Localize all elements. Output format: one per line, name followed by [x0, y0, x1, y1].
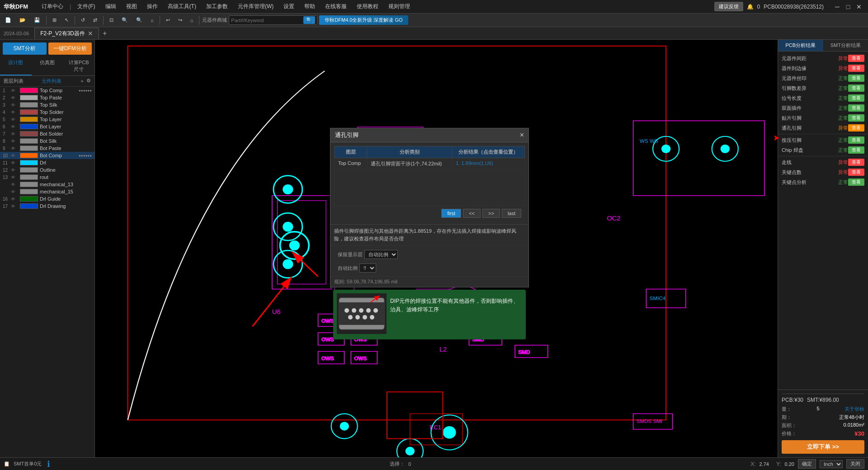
- canvas-area[interactable]: U6 WS D13 WS SMI D12 SMI WS D19 WS: [95, 40, 778, 457]
- toolbar-redo[interactable]: ↪: [175, 16, 185, 24]
- feedback-button[interactable]: 建议反馈: [714, 2, 743, 11]
- toolbar-zoom-in[interactable]: 🔍: [118, 16, 131, 24]
- view-btn-9[interactable]: 查看: [848, 146, 864, 154]
- tab-add-button[interactable]: +: [99, 28, 110, 39]
- toolbar-zoom-fit[interactable]: ⊡: [106, 16, 117, 24]
- menu-settings[interactable]: 设置: [279, 1, 299, 12]
- layer-item-6[interactable]: 6 👁 Bot Layer: [0, 123, 94, 130]
- menu-process[interactable]: 加工参数: [202, 1, 232, 12]
- view-btn-11[interactable]: 查看: [848, 169, 864, 176]
- dfm-analysis-button[interactable]: 一键DFM分析: [48, 42, 92, 55]
- quantity-value: 5: [816, 406, 819, 413]
- unit-select[interactable]: Inchmm: [820, 460, 843, 468]
- tab-smt-results[interactable]: SMT分析结果: [823, 40, 868, 51]
- tab-close-icon[interactable]: ✕: [88, 30, 93, 37]
- dialog-close-button[interactable]: ×: [520, 131, 524, 139]
- search-input[interactable]: [231, 18, 303, 23]
- toolbar-save[interactable]: 💾: [31, 16, 43, 24]
- order-button[interactable]: 立即下单 >>: [782, 440, 864, 454]
- nav-last-button[interactable]: last: [502, 209, 521, 218]
- smt-info-icon[interactable]: ℹ: [47, 459, 50, 469]
- layer-item-mechanical-15[interactable]: 👁 mechanical_15: [0, 188, 94, 195]
- tab-design[interactable]: 设计图: [0, 57, 32, 75]
- nav-next-button[interactable]: >>: [482, 209, 500, 218]
- maximize-button[interactable]: □: [843, 1, 854, 12]
- link-huaqiu[interactable]: 关于华秋: [844, 406, 864, 413]
- menu-view[interactable]: 视图: [122, 1, 142, 12]
- layer-select[interactable]: 自动比例: [364, 250, 398, 259]
- dialog-result-cell[interactable]: 1. 1.89mm(1,U6): [452, 158, 525, 170]
- view-btn-7[interactable]: 查看: [848, 124, 864, 132]
- upgrade-button[interactable]: 华秋DFM4.0全新升级 深度解读 GO: [319, 15, 408, 25]
- view-btn-1[interactable]: 查看: [848, 65, 864, 72]
- view-btn-3[interactable]: 查看: [848, 85, 864, 92]
- add-layer-icon[interactable]: ＋: [80, 78, 85, 85]
- menu-order-center[interactable]: 订单中心: [37, 1, 68, 12]
- tab-pcb-results[interactable]: PCB分析结果: [778, 40, 823, 51]
- main-tab[interactable]: F2-P_V2有3D器件 ✕: [34, 28, 99, 39]
- toolbar-open[interactable]: 📂: [16, 16, 29, 24]
- nav-prev-button[interactable]: <<: [463, 209, 481, 218]
- component-list-tab[interactable]: 元件列表: [42, 78, 61, 85]
- toolbar-rotate[interactable]: ↺: [78, 16, 88, 24]
- view-btn-10[interactable]: 查看: [848, 159, 864, 166]
- menu-advanced[interactable]: 高级工具(T): [163, 1, 201, 12]
- close-button[interactable]: ✕: [854, 1, 864, 12]
- tab-calc-pcb[interactable]: 计算PCB尺寸: [63, 57, 94, 75]
- minimize-button[interactable]: ─: [832, 1, 843, 12]
- toolbar-grid[interactable]: ⊞: [49, 16, 60, 24]
- layer-item-12[interactable]: 12 👁 Outline: [0, 166, 94, 174]
- result-row-7: 通孔引脚 异常 查看: [778, 123, 868, 133]
- menu-tutorial[interactable]: 使用教程: [352, 1, 383, 12]
- smt-analysis-button[interactable]: SMT分析: [3, 42, 47, 55]
- toolbar-home[interactable]: ⌂: [187, 16, 197, 24]
- menu-edit[interactable]: 编辑: [101, 1, 121, 12]
- layer-item-5[interactable]: 5 👁 Top Layer: [0, 116, 94, 123]
- layer-item-1[interactable]: 1 👁 Top Comp ●●●●●●: [0, 87, 94, 94]
- view-btn-6[interactable]: 查看: [848, 114, 864, 122]
- view-btn-8[interactable]: 查看: [848, 136, 864, 144]
- menu-component-lib[interactable]: 元件库管理(W): [233, 1, 278, 12]
- layer-item-9[interactable]: 9 👁 Bot Paste: [0, 145, 94, 152]
- toolbar-undo[interactable]: ↩: [163, 16, 173, 24]
- menu-help[interactable]: 帮助: [300, 1, 320, 12]
- layer-list-tab[interactable]: 图层列表: [4, 78, 24, 85]
- menu-rules[interactable]: 规则管理: [384, 1, 415, 12]
- layer-item-mechanical-13[interactable]: 👁 mechanical_13: [0, 181, 94, 188]
- search-button[interactable]: 🔍: [303, 16, 315, 24]
- view-btn-0[interactable]: 查看: [848, 55, 864, 62]
- svg-point-86: [366, 308, 371, 313]
- layer-item-11[interactable]: 11 👁 Drl: [0, 159, 94, 166]
- layer-item-3[interactable]: 3 👁 Top Silk: [0, 101, 94, 108]
- menu-online-service[interactable]: 在线客服: [321, 1, 351, 12]
- close-bottom-button[interactable]: 关闭: [846, 459, 864, 469]
- settings-layer-icon[interactable]: ⚙: [86, 78, 91, 85]
- layer-2-color: [20, 95, 38, 100]
- toolbar-zoom-reset[interactable]: ⌂: [147, 16, 157, 24]
- menu-file[interactable]: 文件(F): [73, 1, 99, 12]
- view-btn-5[interactable]: 查看: [848, 104, 864, 112]
- layer-list-header: 图层列表 元件列表 ＋ ⚙: [0, 76, 94, 87]
- menu-operate[interactable]: 操作: [142, 1, 162, 12]
- toolbar-select[interactable]: ↖: [61, 16, 72, 24]
- layer-item-2[interactable]: 2 👁 Top Paste: [0, 94, 94, 101]
- layer-item-8[interactable]: 8 👁 Bot Silk: [0, 137, 94, 145]
- layer-item-10[interactable]: 10 👁 Bot Comp ●●●●●●: [0, 152, 94, 159]
- toolbar-zoom-out[interactable]: 🔍: [133, 16, 146, 24]
- layer-item-17[interactable]: 17 👁 Drl Drawing: [0, 202, 94, 210]
- layer-item-7[interactable]: 7 👁 Bot Solder: [0, 130, 94, 137]
- toolbar-flip[interactable]: ⇄: [90, 16, 100, 24]
- layer-item-4[interactable]: 4 👁 Top Solder: [0, 108, 94, 116]
- view-btn-12[interactable]: 查看: [848, 179, 864, 186]
- ratio-select[interactable]: !!: [359, 263, 376, 273]
- tab-simulation[interactable]: 仿真图: [32, 57, 63, 75]
- confirm-button[interactable]: 确定: [798, 459, 816, 469]
- view-btn-4[interactable]: 查看: [848, 94, 864, 102]
- through-hole-dialog: 通孔引脚 × 图层 分析类别 分析结果（点击查看位置）: [330, 128, 529, 287]
- svg-point-91: [370, 315, 374, 320]
- nav-first-button[interactable]: first: [441, 209, 461, 218]
- layer-item-16[interactable]: 16 👁 Drl Guide: [0, 195, 94, 202]
- toolbar-new[interactable]: 📄: [2, 16, 14, 24]
- layer-item-13[interactable]: 13 👁 rout: [0, 174, 94, 181]
- view-btn-2[interactable]: 查看: [848, 75, 864, 82]
